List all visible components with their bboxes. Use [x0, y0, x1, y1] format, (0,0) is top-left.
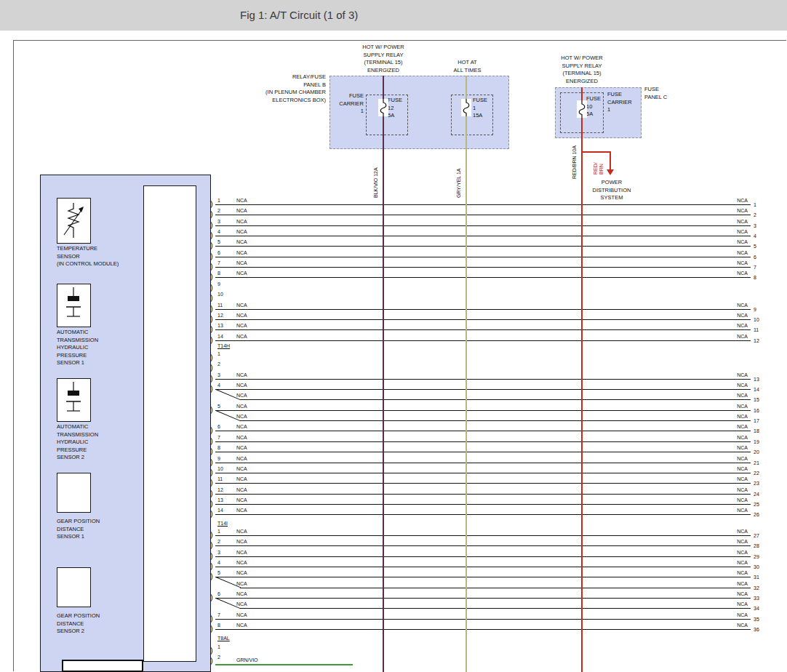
wire-label-left: NCA: [236, 560, 247, 566]
pin-number: 4: [217, 560, 220, 566]
wire-label-right: NCA: [722, 601, 748, 607]
row-number: 35: [754, 617, 759, 623]
pin-number: 12: [217, 313, 223, 319]
wire-label-left: NCA: [236, 435, 247, 441]
wire-label-right: NCA: [722, 539, 748, 545]
row-number: 29: [754, 554, 759, 560]
gear-position-sensor-1-box: [57, 473, 91, 513]
row-number: 13: [754, 377, 759, 383]
wire-line: [215, 267, 751, 268]
pin-number: 2: [217, 539, 220, 545]
gear-position-sensor-2-box: [57, 567, 91, 607]
pin-number: 10: [217, 292, 223, 297]
temperature-sensor-label: TEMPERATURE SENSOR (IN CONTROL MODULE): [57, 245, 138, 268]
pin-number: 14: [217, 334, 223, 340]
wire-gryyel: [466, 76, 467, 672]
pin-connector: ): [210, 656, 213, 665]
wire-label-right: NCA: [722, 208, 748, 214]
wire-label-left: NCA: [236, 239, 247, 245]
panel-c-label: FUSE PANEL C: [644, 86, 681, 101]
pin-connector: ): [210, 231, 213, 239]
wire-line: [215, 473, 751, 473]
wire-label-right: NCA: [722, 508, 748, 513]
gear-position-sensor-2-label: GEAR POSITION DISTANCE SENSOR 2: [57, 612, 138, 636]
row-number: 26: [754, 512, 759, 518]
pin-number: 3: [217, 550, 220, 556]
row-number: 28: [754, 543, 759, 549]
pin-connector: ): [210, 561, 213, 570]
row-number: 16: [754, 408, 759, 414]
wire-label-right: NCA: [722, 560, 748, 566]
redbrn-branch-vertical: [610, 151, 611, 170]
wire-label-right: NCA: [722, 581, 748, 587]
row-number: 8: [754, 275, 756, 281]
at-pressure-sensor-1-box: [57, 284, 91, 327]
pin-connector: ): [210, 324, 213, 333]
wire-line: [215, 431, 751, 431]
row-number: 30: [754, 564, 759, 570]
wire-label-right: NCA: [722, 383, 748, 388]
wire-label-right: NCA: [722, 313, 748, 319]
wire-label-left: NCA: [236, 539, 247, 545]
row-number: 19: [754, 439, 759, 445]
wire-label-right: NCA: [722, 334, 748, 340]
gear-position-sensor-1-label: GEAR POSITION DISTANCE SENSOR 1: [57, 518, 138, 541]
row-number: 21: [754, 460, 759, 466]
row-number: 25: [754, 502, 759, 508]
wire-line: [215, 463, 751, 463]
wire-line: [215, 504, 751, 505]
wire-label-left: NCA: [236, 466, 247, 472]
at-pressure-sensor-1-label: AUTOMATIC TRANSMISSION HYDRAULIC PRESSUR…: [57, 329, 138, 367]
pin-connector: ): [210, 304, 213, 313]
wire-label-right: NCA: [722, 198, 748, 204]
pin-number: 11: [217, 303, 223, 308]
temperature-sensor-box: [57, 198, 91, 244]
pin-connector: ): [210, 374, 213, 383]
connector-label-t14h: T14H: [217, 343, 230, 349]
wire-line: [215, 629, 751, 630]
fuse-b2-label: FUSE 1 15A: [473, 97, 492, 120]
wire-label-right: NCA: [722, 323, 748, 329]
wire-label-right: NCA: [722, 414, 748, 420]
wire-label-left: NCA: [236, 623, 247, 628]
pin-number: 5: [217, 239, 220, 245]
pin-number: 6: [217, 424, 220, 430]
pin-connector: ): [210, 478, 213, 487]
wire-line: [215, 535, 751, 536]
wire-label-right: NCA: [722, 271, 748, 276]
wire-label-right: NCA: [722, 372, 748, 378]
wire-label-left: NCA: [236, 497, 247, 503]
pin-number: 1: [217, 644, 220, 650]
wire-label-left: NCA: [236, 303, 247, 308]
wire-label-left: NCA: [236, 219, 247, 225]
pin-connector: ): [210, 272, 213, 281]
wire-label-left: NCA: [236, 414, 247, 420]
fuse-icon: [378, 99, 388, 116]
pin-number: 1: [217, 529, 220, 535]
pin-number: 2: [217, 361, 220, 367]
pin-number: 13: [217, 323, 223, 329]
wire-label-left: NCA: [236, 372, 247, 378]
pin-connector: ): [210, 283, 213, 292]
pin-connector: ): [210, 199, 213, 208]
pin-connector: ): [210, 384, 213, 393]
wire-blkvio: [383, 76, 384, 672]
wire-line: [215, 494, 751, 495]
row-number: 11: [754, 327, 759, 333]
wire-label-left: NCA: [236, 476, 247, 482]
pin-connector: ): [210, 530, 213, 539]
pin-number: 2: [217, 655, 220, 660]
pin-number: 3: [217, 372, 220, 378]
row-number: 7: [754, 265, 756, 271]
pin-connector: ): [210, 262, 213, 271]
row-number: 4: [754, 233, 756, 239]
wire-label-left: NCA: [236, 529, 247, 535]
wire-label-left: GRN/VIO: [236, 657, 258, 663]
wire-line: [240, 588, 751, 588]
thermistor-icon: [57, 199, 90, 243]
wire-line: [215, 204, 751, 205]
row-number: 18: [754, 428, 759, 434]
row-number: 15: [754, 397, 759, 403]
row-number: 12: [754, 338, 759, 344]
wire-label-left: NCA: [236, 271, 247, 276]
